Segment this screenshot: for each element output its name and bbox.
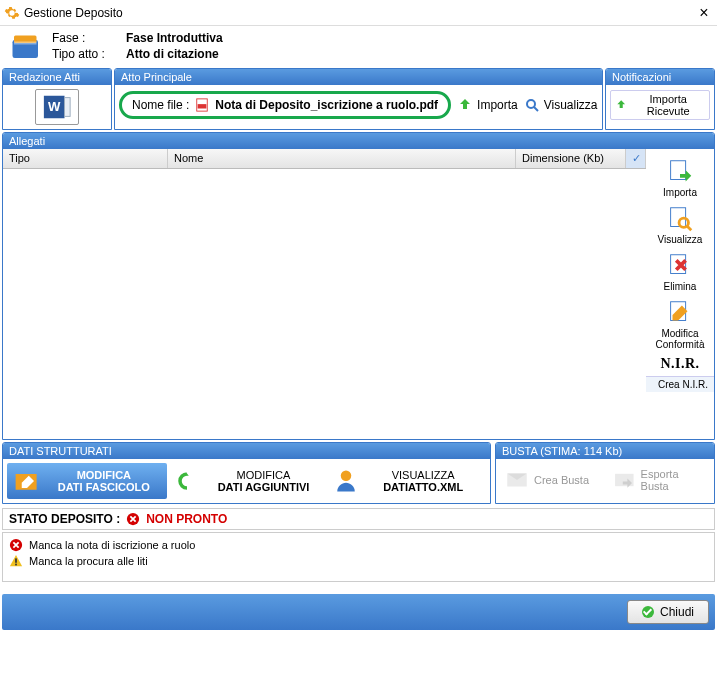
crea-busta-button[interactable]: Crea Busta [500,463,602,497]
person-icon [332,467,360,495]
visualizza-button[interactable]: Visualizza [524,97,598,113]
stato-deposito-value: NON PRONTO [146,512,227,526]
status-bar: STATO DEPOSITO : NON PRONTO [2,508,715,530]
envelope-export-icon [612,467,637,493]
importa-button[interactable]: Importa [457,97,518,113]
delete-icon [665,251,695,281]
svg-line-9 [534,107,538,111]
panel-busta-title: BUSTA (STIMA: 114 Kb) [496,443,714,459]
import-icon [457,97,473,113]
svg-text:W: W [48,99,61,114]
refresh-icon [173,467,201,495]
word-button[interactable]: W [35,89,79,125]
svg-rect-23 [15,564,17,566]
close-button[interactable]: × [695,4,713,22]
msg-error: Manca la nota di iscrizione a ruolo [9,537,708,553]
col-nome[interactable]: Nome [168,149,516,168]
nomefile-value: Nota di Deposito_iscrizione a ruolo.pdf [215,98,438,112]
svg-rect-5 [65,98,71,117]
window-title: Gestione Deposito [24,6,695,20]
msg-warning: Manca la procura alle liti [9,553,708,569]
side-visualizza-button[interactable]: Visualizza [646,202,714,247]
view-icon [524,97,540,113]
side-nir-button[interactable]: N.I.R. [646,354,714,374]
panel-atto-principale: Atto Principale Nome file : Nota di Depo… [114,68,603,130]
side-elimina-button[interactable]: Elimina [646,249,714,294]
chiudi-button[interactable]: Chiudi [627,600,709,624]
panel-principale-title: Atto Principale [115,69,602,85]
esporta-busta-button[interactable]: Esporta Busta [608,463,710,497]
modifica-fascicolo-button[interactable]: MODIFICADATI FASCICOLO [7,463,167,499]
tipo-label: Tipo atto : [52,47,120,61]
import-icon [615,98,627,112]
svg-rect-22 [15,558,17,562]
footer: Chiudi [2,594,715,630]
svg-line-13 [688,227,692,231]
error-icon [126,512,140,526]
error-icon [9,538,23,552]
pdf-icon [195,98,209,112]
stato-deposito-label: STATO DEPOSITO : [9,512,120,526]
folder-edit-icon [13,467,41,495]
col-check[interactable]: ✓ [626,149,646,168]
visualizza-xml-button[interactable]: VISUALIZZADATIATTO.XML [326,463,486,499]
panel-redazione: Redazione Atti W [2,68,112,130]
crea-nir-label: Crea N.I.R. [646,376,714,392]
svg-point-8 [527,100,535,108]
search-icon [665,204,695,234]
svg-rect-2 [14,42,37,45]
nomefile-display: Nome file : Nota di Deposito_iscrizione … [119,91,451,119]
panel-allegati-title: Allegati [3,133,714,149]
warning-icon [9,554,23,568]
fase-value: Fase Introduttiva [126,31,223,45]
modifica-aggiuntivi-button[interactable]: MODIFICADATI AGGIUNTIVI [167,463,327,499]
header-info: Fase :Fase Introduttiva Tipo atto :Atto … [0,26,717,66]
allegati-table: Tipo Nome Dimensione (Kb) ✓ [3,149,646,439]
svg-rect-7 [198,104,207,108]
messages-box: Manca la nota di iscrizione a ruolo Manc… [2,532,715,582]
panel-dati-title: DATI STRUTTURATI [3,443,490,459]
fase-label: Fase : [52,31,120,45]
allegati-tbody [3,169,646,439]
nir-icon: N.I.R. [660,356,699,372]
check-icon [642,606,654,618]
col-dimensione[interactable]: Dimensione (Kb) [516,149,626,168]
importa-ricevute-button[interactable]: Importa Ricevute [610,90,710,120]
side-importa-button[interactable]: Importa [646,155,714,200]
edit-icon [665,298,695,328]
panel-notificazioni-title: Notificazioni [606,69,714,85]
col-tipo[interactable]: Tipo [3,149,168,168]
nomefile-label: Nome file : [132,98,189,112]
panel-redazione-title: Redazione Atti [3,69,111,85]
import-file-icon [665,157,695,187]
envelope-icon [504,467,530,493]
panel-busta: BUSTA (STIMA: 114 Kb) Crea Busta Esporta… [495,442,715,504]
svg-point-17 [341,471,352,482]
panel-notificazioni: Notificazioni Importa Ricevute [605,68,715,130]
side-modifica-button[interactable]: Modifica Conformità [646,296,714,352]
tipo-value: Atto di citazione [126,47,219,61]
panel-dati-strutturati: DATI STRUTTURATI MODIFICADATI FASCICOLO … [2,442,491,504]
allegati-toolbar: Importa Visualizza Elimina Modifica Conf… [646,149,714,439]
titlebar: Gestione Deposito × [0,0,717,26]
deposit-icon [8,28,44,64]
panel-allegati: Allegati Tipo Nome Dimensione (Kb) ✓ Imp… [2,132,715,440]
gear-icon [4,5,20,21]
